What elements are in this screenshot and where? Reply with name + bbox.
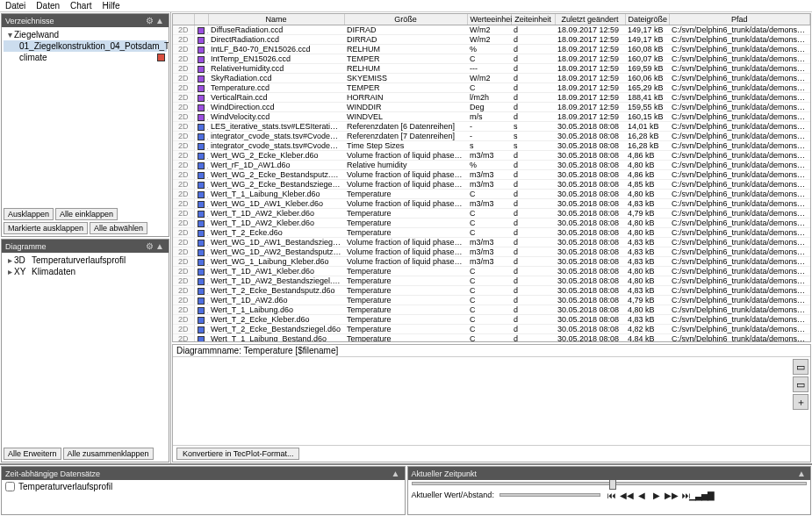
tool-icon-2[interactable]: ▭	[793, 376, 808, 392]
collapse-icon[interactable]: ▲	[796, 469, 807, 478]
collapse-icon[interactable]: ▲	[391, 469, 401, 478]
table-row[interactable]: 2DIntLF_B40-70_EN15026.ccdRELHUM%d18.09.…	[173, 45, 810, 54]
diagram-item-1[interactable]: ▸XYKlimadaten	[4, 266, 167, 277]
table-row[interactable]: 2DRelativeHumidity.ccdRELHUM---d18.09.20…	[173, 64, 810, 74]
row-dim: 2D	[173, 267, 194, 276]
row-path: C:/svn/Delphin6_trunk/data/demonstration…	[669, 54, 810, 64]
table-row[interactable]: 2DWindDirection.ccdWINDDIRDegd18.09.2017…	[173, 103, 810, 112]
table-row[interactable]: 2DWert_T_1D_AW2_Kleber.d6oTemperatureCd3…	[173, 219, 810, 228]
table-row[interactable]: 2DDirectRadiation.ccdDIRRADW/m2d18.09.20…	[173, 35, 810, 45]
menu-datei[interactable]: Datei	[5, 1, 25, 11]
time-slider[interactable]	[412, 482, 808, 485]
row-groesse: TEMPER	[344, 54, 467, 64]
table-row[interactable]: 2DWert_T_2_Ecke.d6oTemperatureCd30.05.20…	[173, 228, 810, 238]
table-row[interactable]: 2DWert_T_1D_AW2_Kleber.d6oTemperatureCd3…	[173, 209, 810, 219]
table-row[interactable]: 2DWert_WG_2_Ecke_Bestandsputz.d6oVolume …	[173, 170, 810, 180]
diagram-item-0[interactable]: ▸3DTemperaturverlaufsprofil	[4, 254, 167, 266]
row-dim: 2D	[173, 74, 194, 83]
col-header-0[interactable]	[173, 14, 194, 25]
table-row[interactable]: 2DSkyRadiation.ccdSKYEMISSW/m2d18.09.201…	[173, 74, 810, 83]
collapse-icon[interactable]: ▲	[154, 16, 165, 25]
file-table[interactable]: NameGrößeWerteeinheitZeiteinheitZuletzt …	[172, 13, 811, 342]
tool-icon-3[interactable]: ＋	[793, 394, 808, 410]
play-back-icon[interactable]: ◀	[636, 489, 648, 501]
value-slider[interactable]	[499, 493, 600, 497]
play-icon[interactable]: ▶	[650, 489, 663, 501]
table-row[interactable]: 2DIntTemp_EN15026.ccdTEMPERCd18.09.2017 …	[173, 54, 810, 64]
tree-root[interactable]: ▾ Ziegelwand	[4, 29, 167, 40]
step-fwd-icon[interactable]: ▶▶	[665, 489, 678, 501]
checkbox-input[interactable]	[5, 482, 15, 491]
checkbox-temperaturverlauf[interactable]: Temperaturverlaufsprofil	[5, 482, 401, 491]
chevron-down-icon[interactable]: ▾	[5, 30, 14, 39]
row-werteeinheit: C	[467, 219, 511, 228]
col-header-3[interactable]: Größe	[344, 14, 467, 25]
btn-alle-abwaehlen[interactable]: Alle abwählen	[90, 222, 147, 234]
btn-export-tecplot[interactable]: Konvertiere in TecPlot-Format...	[176, 448, 299, 460]
row-name: Wert_WG_2_Ecke_Kleber.d6o	[208, 151, 344, 161]
table-row[interactable]: 2Dintegrator_cvode_stats.tsv#CvodeCounte…	[173, 132, 810, 141]
collapse-icon[interactable]: ▲	[154, 241, 165, 251]
table-row[interactable]: 2DWert_rF_1D_AW1.d6oRelative humidity%d3…	[173, 161, 810, 170]
table-row[interactable]: 2DWert_T_1_Laibung.d6oTemperatureCd30.05…	[173, 305, 810, 315]
step-back-icon[interactable]: ◀◀	[621, 489, 633, 501]
btn-markierte-ausklappen[interactable]: Markierte ausklappen	[4, 222, 88, 234]
table-row[interactable]: 2DWert_T_2_Ecke_Kleber.d6oTemperatureCd3…	[173, 315, 810, 325]
folder-tree[interactable]: ▾ Ziegelwand 01_Ziegelkonstruktion_04_Po…	[2, 27, 169, 206]
table-row[interactable]: 2DWert_WG_1D_AW1_Kleber.d6oVolume fracti…	[173, 199, 810, 209]
col-header-2[interactable]: Name	[208, 14, 344, 25]
col-header-1[interactable]	[194, 14, 208, 25]
row-name: Wert_WG_1D_AW2_Bestandsputz.d6o	[208, 247, 344, 257]
table-row[interactable]: 2DWindVelocity.ccdWINDVELm/sd18.09.2017 …	[173, 112, 810, 122]
tree-item-0[interactable]: 01_Ziegelkonstruktion_04_Potsdam_TRY	[4, 40, 167, 52]
row-size: 4,80 kB	[625, 276, 669, 286]
table-row[interactable]: 2DLES_iterative_stats.tsv#LESIterativeSt…	[173, 122, 810, 132]
menu-hilfe[interactable]: Hilfe	[103, 1, 120, 11]
table-row[interactable]: 2DWert_T_2_Ecke_Bestandsputz.d6oTemperat…	[173, 286, 810, 296]
gear-icon[interactable]: ⚙	[144, 16, 154, 25]
row-path: C:/svn/Delphin6_trunk/data/demonstration…	[669, 83, 810, 93]
btn-alle-erweitern[interactable]: Alle Erweitern	[4, 448, 61, 460]
chevron-right-icon[interactable]: ▸	[5, 267, 14, 276]
row-name: RelativeHumidity.ccd	[208, 64, 344, 74]
table-row[interactable]: 2DWert_WG_2_Ecke_Bestandsziegel.d6oVolum…	[173, 180, 810, 190]
col-header-6[interactable]: Zuletzt geändert	[555, 14, 625, 25]
tool-icon-1[interactable]: ▭	[793, 359, 808, 375]
table-row[interactable]: 2DWert_WG_1_Laibung_Kleber.d6oVolume fra…	[173, 257, 810, 267]
row-path: C:/svn/Delphin6_trunk/data/demonstration…	[669, 209, 810, 219]
table-row[interactable]: 2DWert_WG_2_Ecke_Kleber.d6oVolume fracti…	[173, 151, 810, 161]
table-row[interactable]: 2DVerticalRain.ccdHORRAINl/m2hd18.09.201…	[173, 93, 810, 103]
row-modified: 18.09.2017 12:59	[555, 83, 625, 93]
table-row[interactable]: 2DWert_T_1D_AW2_Bestandsziegel.d6oTemper…	[173, 276, 810, 286]
table-row[interactable]: 2DWert_T_1_Laibung_Bestand.d6oTemperatur…	[173, 334, 810, 343]
col-header-4[interactable]: Werteeinheit	[467, 14, 511, 25]
slider-thumb[interactable]	[609, 480, 616, 490]
table-row[interactable]: 2DDiffuseRadiation.ccdDIFRADW/m2d18.09.2…	[173, 25, 810, 35]
row-zeiteinheit: d	[511, 325, 555, 334]
table-row[interactable]: 2DWert_T_1D_AW1_Kleber.d6oTemperatureCd3…	[173, 267, 810, 276]
btn-alle-einklappen[interactable]: Alle einklappen	[55, 208, 118, 220]
gear-icon[interactable]: ⚙	[144, 241, 154, 251]
skip-start-icon[interactable]: ⏮	[606, 489, 618, 501]
table-row[interactable]: 2DWert_WG_1D_AW1_Bestandsziegel.d6oVolum…	[173, 238, 810, 247]
menu-chart[interactable]: Chart	[70, 1, 91, 11]
menu-daten[interactable]: Daten	[36, 1, 60, 11]
table-row[interactable]: 2DTemperature.ccdTEMPERCd18.09.2017 12:5…	[173, 83, 810, 93]
table-row[interactable]: 2DWert_T_1_Laibung_Kleber.d6oTemperature…	[173, 190, 810, 199]
col-header-7[interactable]: Dateigröße	[625, 14, 669, 25]
diagram-tree[interactable]: ▸3DTemperaturverlaufsprofil▸XYKlimadaten	[2, 253, 169, 446]
table-row[interactable]: 2DWert_T_2_Ecke_Bestandsziegel.d6oTemper…	[173, 325, 810, 334]
tree-item-1[interactable]: climate	[4, 52, 167, 63]
chevron-right-icon[interactable]: ▸	[5, 255, 14, 265]
panel-diagramme-title: Diagramme	[5, 242, 144, 251]
diagram-name-value[interactable]: Temperature [$filename]	[243, 346, 338, 355]
table-row[interactable]: 2DWert_T_1D_AW2.d6oTemperatureCd30.05.20…	[173, 296, 810, 305]
panel-zeit-datensaetze: Zeit-abhängige Datensätze ▲ Temperaturve…	[1, 466, 406, 515]
speed-bars-icon[interactable]: ▁▃▅▇	[695, 489, 708, 501]
col-header-8[interactable]: Pfad	[669, 14, 810, 25]
btn-ausklappen[interactable]: Ausklappen	[4, 208, 54, 220]
btn-alle-zusammenklappen[interactable]: Alle zusammenklappen	[63, 448, 154, 460]
table-row[interactable]: 2Dintegrator_cvode_stats.tsv#CvodeStepSi…	[173, 141, 810, 151]
col-header-5[interactable]: Zeiteinheit	[511, 14, 555, 25]
table-row[interactable]: 2DWert_WG_1D_AW2_Bestandsputz.d6oVolume …	[173, 247, 810, 257]
